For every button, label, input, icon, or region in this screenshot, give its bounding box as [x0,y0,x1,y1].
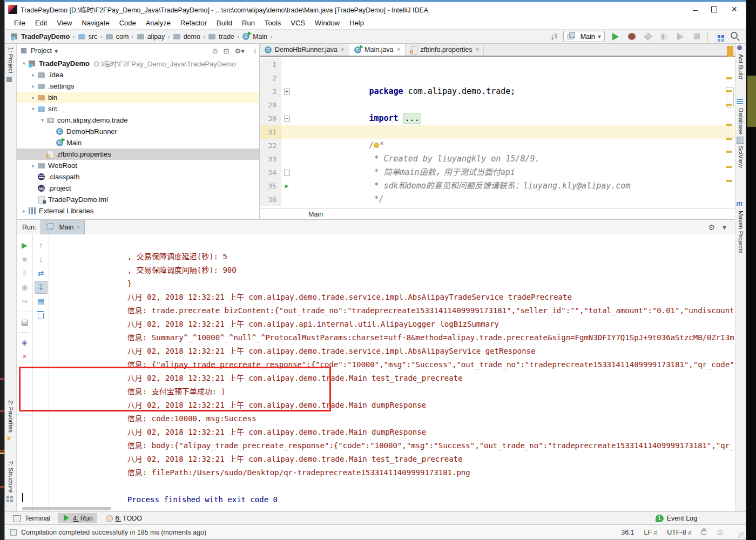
project-structure-button[interactable] [713,31,724,42]
gutter-icon[interactable]: + [281,85,292,98]
run-toolbar-icon[interactable] [19,309,30,312]
annotate-sort-icon[interactable]: ↓ [547,31,558,42]
run-configuration-select[interactable]: Main ▾ [563,31,605,42]
tree-row[interactable]: DemoHbRunner [17,126,259,137]
menu-item[interactable]: Analyze [141,17,176,29]
project-header-icon[interactable]: ⊣ [250,47,256,55]
toolwindow-tab[interactable]: 6: TODO [100,513,146,523]
menu-item[interactable]: View [52,17,77,29]
editor-tab[interactable]: DemoHbRunner.java × [260,44,349,56]
toolwindow-button[interactable]: Database [735,98,746,134]
menu-item[interactable]: Tools [260,17,286,29]
maximize-button[interactable] [711,6,717,12]
run-toolbar-icon[interactable]: ◈ [18,336,31,349]
menu-item[interactable]: Code [114,17,141,29]
project-header-icon[interactable]: ⊟ [224,47,230,55]
tree-row[interactable]: .project [17,183,259,194]
gutter-icon[interactable] [281,58,292,71]
tree-chevron-icon[interactable]: ▾ [29,106,37,112]
console-toolbar-icon[interactable]: ↓ [35,253,48,266]
profiler-button[interactable] [659,31,670,42]
run-header-icon[interactable]: ▾ [723,223,726,232]
tree-row[interactable]: ▸ .settings [17,80,259,92]
console-toolbar-icon[interactable]: ↧ [35,281,48,294]
tree-chevron-icon[interactable]: ▾ [38,117,46,123]
toolwindow-structure-button[interactable]: 7: Structure [5,461,16,503]
tree-chevron-icon[interactable]: ▸ [29,72,37,78]
breadcrumb-item[interactable]: com › [105,32,137,40]
tree-row[interactable]: ▾ TradePayDemo D:\临时\F2FPay_Demo_Java\Tr… [17,58,259,69]
resize-grip[interactable] [738,532,745,538]
tree-row[interactable]: ▸ WebRoot [17,160,259,171]
gutter-icon[interactable] [281,125,292,139]
tree-row[interactable]: ▸ External Libraries [17,205,259,217]
run-header-icon[interactable]: ⚙ [708,223,715,232]
close-tab-icon[interactable]: × [77,224,80,231]
code-editor[interactable]: 1 package com.alipay.demo.trade; 2 [260,58,735,208]
close-tab-icon[interactable]: × [475,46,479,53]
tree-row[interactable]: ▾ com.alipay.demo.trade [17,114,259,126]
breadcrumb-item[interactable]: TradePayDemo › [10,32,78,40]
project-header-icon[interactable]: ⚙▾ [234,47,244,55]
run-toolbar-icon[interactable] [19,329,30,333]
run-toolbar-icon[interactable]: ▶ [18,239,31,252]
run-tab[interactable]: Main × [40,220,85,234]
console-output[interactable]: , 交易保障调度延迟(秒): 5 , 交易保障调度间隔(秒): 900 } [49,234,734,506]
close-tab-icon[interactable]: × [397,46,401,53]
lock-icon[interactable] [701,530,706,535]
editor-tab[interactable]: Main.java × [349,44,406,56]
toolwindow-tab[interactable]: Terminal [8,513,55,523]
console-toolbar-icon[interactable]: ▤ [35,295,48,308]
caret-position[interactable]: 36:1 [621,529,634,536]
run-with-configuration-button[interactable] [675,31,686,42]
tree-row[interactable]: .classpath [17,171,259,183]
stop-button[interactable] [691,31,702,42]
menu-item[interactable]: File [9,17,30,29]
toolwindow-button[interactable]: SciView [735,136,746,168]
menu-item[interactable]: VCS [286,17,310,29]
run-toolbar-icon[interactable]: ‖ [18,267,31,280]
run-toolbar-icon[interactable]: ▤ [18,315,31,328]
tree-row[interactable]: ▸ .idea [17,69,259,80]
editor-tab[interactable]: zfbinfo.properties × [406,44,484,56]
gutter-icon[interactable]: ▶ [281,179,292,193]
breadcrumb-item[interactable]: demo › [173,32,208,40]
debug-button[interactable] [626,31,637,42]
line-ending-select[interactable]: LF ⇵ [644,529,658,536]
run-button[interactable] [610,31,621,42]
breadcrumb-item[interactable]: src › [78,32,105,40]
menu-item[interactable]: Window [310,17,345,29]
tree-row[interactable]: ▸ bin [17,92,259,103]
encoding-select[interactable]: UTF-8 ⇵ [667,529,691,536]
search-everywhere-button[interactable] [730,31,740,42]
breadcrumb-item[interactable]: trade › [208,32,242,40]
breadcrumb-item[interactable]: Main › [242,32,275,40]
project-header-icon[interactable]: ⊙ [212,47,218,55]
gutter-icon[interactable] [281,98,292,112]
close-tab-icon[interactable]: × [341,46,345,53]
breadcrumb-item[interactable]: alipay › [137,32,173,40]
coverage-button[interactable] [643,31,653,42]
console-toolbar-icon[interactable] [35,309,48,322]
close-button[interactable]: × [731,5,737,14]
tree-chevron-icon[interactable]: ▸ [20,208,28,214]
console-toolbar-icon[interactable]: ⇄ [35,267,48,280]
tree-chevron-icon[interactable]: ▸ [29,94,37,100]
gutter-icon[interactable] [281,152,292,166]
horizontal-scrollbar[interactable] [22,507,111,510]
toolwindow-favorites-button[interactable]: 2: Favorites [5,400,16,443]
gutter-icon[interactable] [281,139,292,152]
tree-row[interactable]: zfbinfo.properties [17,148,259,160]
tree-row[interactable]: TradePayDemo.iml [17,194,259,205]
gutter-icon[interactable] [281,71,292,85]
menu-item[interactable]: Navigate [77,17,114,29]
minimize-button[interactable]: – [693,5,697,14]
editor-breadcrumb[interactable]: Main [260,208,735,219]
tree-row[interactable]: Main [17,137,259,148]
console-toolbar-icon[interactable]: ↑ [35,239,48,252]
menu-item[interactable]: Help [345,17,369,29]
run-toolbar-icon[interactable]: ↪ [18,295,31,308]
menu-item[interactable]: Edit [30,17,52,29]
toolwindow-tab[interactable]: 4: Run [58,513,97,523]
tree-chevron-icon[interactable]: ▸ [29,83,37,89]
